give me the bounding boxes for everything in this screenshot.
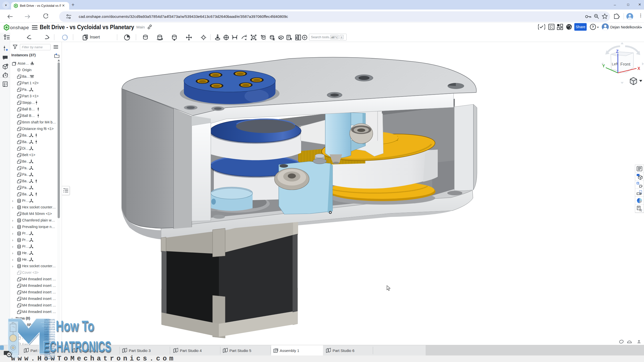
svg-text:Left: Left (612, 62, 618, 66)
svg-text:X: X (637, 66, 640, 71)
svg-text:01100010: 01100010 (44, 321, 55, 324)
svg-text:10101011: 10101011 (44, 357, 55, 360)
svg-text:00011011: 00011011 (44, 333, 55, 336)
svg-text:?: ? (592, 25, 594, 29)
svg-text:x): x) (639, 208, 642, 212)
svg-text:00110110: 00110110 (44, 355, 55, 357)
svg-text:10111010: 10111010 (44, 328, 55, 331)
svg-text:11011111: 11011111 (44, 331, 55, 333)
svg-text:01011101: 01011101 (44, 326, 55, 329)
svg-text:10100101: 10100101 (44, 319, 55, 321)
svg-text:Y: Y (602, 64, 605, 68)
svg-text:Z: Z (616, 49, 619, 54)
svg-text:Front: Front (620, 62, 630, 67)
svg-text:11101101: 11101101 (44, 324, 55, 326)
svg-text:?: ? (7, 64, 8, 66)
